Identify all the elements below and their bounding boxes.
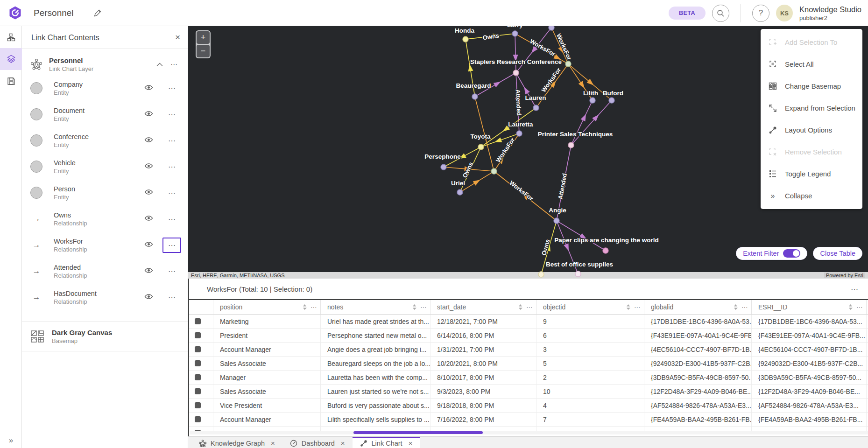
- scrollbar-thumb[interactable]: [353, 431, 483, 434]
- layer-visibility-eye-icon[interactable]: [141, 186, 156, 200]
- tab-close-icon[interactable]: ×: [341, 439, 345, 447]
- row-checkbox[interactable]: [195, 346, 201, 352]
- layer-visibility-eye-icon[interactable]: [141, 81, 156, 95]
- layer-row-attended[interactable]: → Attended Relationship ⋯: [22, 258, 188, 284]
- layer-group-options-icon[interactable]: ⋯: [167, 58, 181, 70]
- table-options-icon[interactable]: ⋯: [851, 285, 859, 294]
- sort-icon[interactable]: [626, 304, 630, 310]
- layer-options-icon[interactable]: ⋯: [162, 238, 181, 253]
- close-table-button[interactable]: Close Table: [813, 247, 862, 260]
- layer-visibility-eye-icon[interactable]: [141, 160, 156, 174]
- menu-item-change-basemap[interactable]: Change Basemap: [761, 75, 862, 97]
- layer-options-icon[interactable]: ⋯: [162, 81, 181, 96]
- menu-item-select-all[interactable]: Select All: [761, 53, 862, 75]
- layer-visibility-eye-icon[interactable]: [141, 238, 156, 252]
- column-header-globalid[interactable]: globalid ⋯: [644, 300, 752, 314]
- layer-options-icon[interactable]: ⋯: [162, 107, 181, 122]
- sort-icon[interactable]: [412, 304, 416, 310]
- rail-item-hierarchy[interactable]: [0, 26, 22, 48]
- avatar[interactable]: KS: [776, 5, 793, 21]
- account-block[interactable]: Knowledge Studio publisher2: [799, 5, 861, 21]
- svg-text:Beauregard: Beauregard: [456, 82, 491, 89]
- layer-visibility-eye-icon[interactable]: [141, 290, 156, 304]
- layer-visibility-eye-icon[interactable]: [141, 212, 156, 226]
- row-checkbox[interactable]: [195, 360, 201, 366]
- extent-filter-toggle-pill[interactable]: Extent Filter: [736, 247, 807, 260]
- panel-close-icon[interactable]: ×: [175, 32, 180, 42]
- layer-row-vehicle[interactable]: Vehicle Entity ⋯: [22, 154, 188, 180]
- table-row[interactable]: Sales Associate Lauren just started so w…: [189, 385, 868, 399]
- sort-icon[interactable]: [303, 304, 307, 310]
- layer-row-hasdocument[interactable]: → HasDocument Relationship ⋯: [22, 284, 188, 310]
- sort-icon[interactable]: [848, 304, 853, 310]
- layer-row-company[interactable]: Company Entity ⋯: [22, 75, 188, 101]
- table-row[interactable]: Sales Associate Beauregard sleeps on the…: [189, 357, 868, 371]
- table-row[interactable]: Account Manager Angie does a great job b…: [189, 343, 868, 357]
- basemap-row[interactable]: Dark Gray Canvas Basemap: [22, 322, 188, 351]
- help-button[interactable]: ?: [752, 5, 769, 22]
- column-header-ESRI__ID[interactable]: ESRI__ID ⋯: [752, 300, 867, 314]
- table-row[interactable]: Vice President Buford is very passionate…: [189, 399, 868, 413]
- layer-visibility-eye-icon[interactable]: [141, 133, 156, 147]
- column-header-position[interactable]: position ⋯: [213, 300, 321, 314]
- row-checkbox[interactable]: [195, 374, 201, 380]
- row-checkbox[interactable]: [195, 332, 201, 338]
- search-button[interactable]: [712, 5, 729, 22]
- layer-options-icon[interactable]: ⋯: [162, 264, 181, 279]
- column-header-objectid[interactable]: objectid ⋯: [536, 300, 644, 314]
- tab-knowledge-graph[interactable]: Knowledge Graph ×: [191, 437, 282, 448]
- cell-start_date: 9/3/2023, 8:00 PM: [430, 385, 536, 398]
- column-options-icon[interactable]: ⋯: [741, 303, 748, 311]
- column-options-icon[interactable]: ⋯: [634, 303, 641, 311]
- tab-close-icon[interactable]: ×: [409, 439, 413, 447]
- svg-text:Toyota: Toyota: [470, 133, 491, 140]
- table-row[interactable]: Manager Lauretta has been with the comp.…: [189, 371, 868, 385]
- rail-expand-icon[interactable]: »: [0, 436, 22, 445]
- tab-close-icon[interactable]: ×: [271, 439, 275, 447]
- cell-objectid: 9: [536, 315, 644, 328]
- tab-link-chart[interactable]: Link Chart ×: [353, 437, 420, 448]
- link-chart-canvas[interactable]: OwnsWorksForWorksForAttendedWorksForWork…: [188, 26, 868, 272]
- table-row[interactable]: President Persephone started new metal o…: [189, 329, 868, 343]
- layer-visibility-eye-icon[interactable]: [141, 264, 156, 278]
- tab-dashboard[interactable]: Dashboard ×: [282, 437, 353, 448]
- rail-item-save[interactable]: [0, 70, 22, 92]
- menu-item-toggle-legend[interactable]: Toggle Legend: [761, 163, 862, 185]
- column-options-icon[interactable]: ⋯: [420, 303, 427, 311]
- zoom-out-button[interactable]: −: [197, 45, 210, 57]
- menu-item-expand-from-selection[interactable]: Expand from Selection: [761, 97, 862, 119]
- row-checkbox[interactable]: [195, 318, 201, 324]
- layer-row-worksfor[interactable]: → WorksFor Relationship ⋯: [22, 232, 188, 258]
- column-options-icon[interactable]: ⋯: [856, 303, 863, 311]
- zoom-in-button[interactable]: +: [197, 31, 210, 44]
- layer-options-icon[interactable]: ⋯: [162, 211, 181, 227]
- layer-row-person[interactable]: Person Entity ⋯: [22, 180, 188, 206]
- sort-icon[interactable]: [518, 304, 522, 310]
- layer-visibility-eye-icon[interactable]: [141, 107, 156, 121]
- table-row[interactable]: Marketing Uriel has made great strides a…: [189, 315, 868, 329]
- column-header-notes[interactable]: notes ⋯: [321, 300, 430, 314]
- layer-options-icon[interactable]: ⋯: [162, 159, 181, 175]
- column-options-icon[interactable]: ⋯: [526, 303, 533, 311]
- layer-group-row[interactable]: Personnel Link Chart Layer ⋯: [22, 49, 188, 75]
- row-checkbox[interactable]: [195, 416, 201, 422]
- menu-item-collapse[interactable]: » Collapse: [761, 185, 862, 207]
- layer-options-icon[interactable]: ⋯: [162, 185, 181, 201]
- edit-title-pencil-icon[interactable]: [93, 9, 102, 17]
- layer-options-icon[interactable]: ⋯: [162, 133, 181, 148]
- layer-row-document[interactable]: Document Entity ⋯: [22, 101, 188, 127]
- row-checkbox[interactable]: [195, 388, 201, 394]
- table-row[interactable]: Account Manager Lilith specifically sell…: [189, 413, 868, 427]
- column-header-start_date[interactable]: start_date ⋯: [430, 300, 536, 314]
- row-checkbox[interactable]: [195, 402, 201, 408]
- rail-item-layers[interactable]: [0, 48, 22, 70]
- sort-icon[interactable]: [734, 304, 738, 310]
- collapse-group-chevron-up-icon[interactable]: [153, 61, 167, 69]
- column-options-icon[interactable]: ⋯: [311, 303, 318, 311]
- table-horizontal-scrollbar[interactable]: [190, 431, 868, 434]
- menu-item-layout-options[interactable]: Layout Options: [761, 119, 862, 141]
- layer-options-icon[interactable]: ⋯: [162, 290, 181, 305]
- layer-row-owns[interactable]: → Owns Relationship ⋯: [22, 206, 188, 232]
- layer-row-conference[interactable]: Conference Entity ⋯: [22, 127, 188, 154]
- extent-filter-switch[interactable]: [783, 249, 800, 258]
